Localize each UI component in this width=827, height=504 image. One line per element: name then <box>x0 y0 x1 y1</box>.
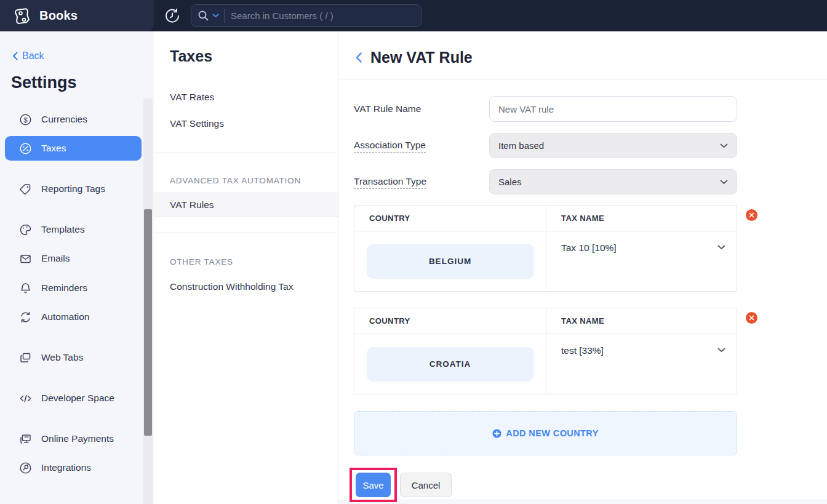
vat-rules-label: VAT Rules <box>170 199 214 210</box>
sidebar-item-label: Emails <box>41 253 70 264</box>
sidebar-item-label: Taxes <box>41 143 66 154</box>
taxes-item-construction-withholding-tax[interactable]: Construction Withholding Tax <box>154 274 338 299</box>
vat-rates-label: VAT Rates <box>170 92 214 103</box>
tax-name-value: Tax 10 [10%] <box>561 242 617 254</box>
sidebar-item-label: Reporting Tags <box>41 183 105 194</box>
cancel-button[interactable]: Cancel <box>400 473 452 497</box>
plug-icon <box>18 461 32 474</box>
monitor-payment-icon <box>18 432 32 446</box>
vat-rule-name-label: VAT Rule Name <box>354 103 421 114</box>
browser-tabs-icon <box>18 351 32 364</box>
sidebar-scrollbar-thumb[interactable] <box>144 209 152 436</box>
add-new-country-label: ADD NEW COUNTRY <box>506 428 598 438</box>
search-scope-chevron-icon[interactable] <box>212 14 219 18</box>
sidebar-item-currencies[interactable]: $ Currencies <box>0 107 154 132</box>
topbar: Books <box>0 0 827 31</box>
sidebar-item-label: Web Tabs <box>41 352 83 363</box>
header-divider <box>338 79 827 79</box>
taxes-panel: Taxes VAT Rates VAT Settings ADVANCED TA… <box>154 31 338 504</box>
main-content: New VAT Rule VAT Rule Name Association T… <box>338 31 827 504</box>
recent-history-button[interactable] <box>161 5 183 27</box>
taxes-item-vat-settings[interactable]: VAT Settings <box>154 111 338 136</box>
sidebar-item-label: Developer Space <box>41 393 114 404</box>
table-header-row: COUNTRY TAX NAME <box>354 206 737 231</box>
taxes-panel-title: Taxes <box>170 47 212 65</box>
search-input[interactable] <box>225 10 415 21</box>
page-title: New VAT Rule <box>370 49 473 66</box>
country-tax-table: COUNTRY TAX NAME CROATIA test [33%] <box>354 308 737 394</box>
country-column-header: COUNTRY <box>354 206 546 231</box>
association-type-label: Association Type <box>354 140 426 151</box>
sidebar-item-online-payments[interactable]: Online Payments <box>0 426 154 451</box>
sidebar-item-templates[interactable]: Templates <box>0 217 154 242</box>
chevron-down-icon <box>717 245 725 250</box>
sidebar-item-emails[interactable]: Emails <box>0 246 154 271</box>
transaction-type-select[interactable]: Sales <box>489 169 737 194</box>
page-back-chevron-icon[interactable] <box>356 52 362 63</box>
sidebar-item-label: Templates <box>41 224 85 235</box>
back-label: Back <box>22 50 44 62</box>
association-type-select[interactable]: Item based <box>489 133 737 158</box>
taxes-item-vat-rules[interactable]: VAT Rules <box>154 193 338 217</box>
sidebar-item-reporting-tags[interactable]: Reporting Tags <box>0 177 154 201</box>
search-icon <box>198 10 209 22</box>
country-column-header: COUNTRY <box>354 308 546 334</box>
sidebar-item-web-tabs[interactable]: Web Tabs <box>0 345 154 370</box>
country-pill[interactable]: CROATIA <box>367 347 534 382</box>
tax-name-column-header: TAX NAME <box>546 308 737 334</box>
chevron-down-icon <box>717 348 725 353</box>
back-link[interactable]: Back <box>12 50 44 62</box>
transaction-type-value: Sales <box>498 177 522 187</box>
other-taxes-header: OTHER TAXES <box>170 257 233 266</box>
cwt-label: Construction Withholding Tax <box>170 281 293 292</box>
transaction-type-label: Transaction Type <box>354 176 426 187</box>
divider <box>154 233 338 233</box>
currency-dollar-icon: $ <box>18 113 32 126</box>
refresh-icon <box>18 310 32 324</box>
tax-name-select[interactable]: Tax 10 [10%] <box>561 242 725 254</box>
association-type-value: Item based <box>498 140 544 151</box>
palette-icon <box>18 223 32 236</box>
chevron-down-icon <box>720 180 728 185</box>
sidebar-item-label: Reminders <box>41 282 87 294</box>
country-pill[interactable]: BELGIUM <box>367 244 534 279</box>
delete-country-button[interactable] <box>746 312 757 324</box>
back-chevron-icon <box>12 52 18 60</box>
chevron-down-icon <box>720 143 728 148</box>
tax-name-column-header: TAX NAME <box>546 206 737 231</box>
sidebar-item-developer-space[interactable]: Developer Space <box>0 386 154 410</box>
advanced-tax-automation-header: ADVANCED TAX AUTOMATION <box>170 176 301 185</box>
save-button[interactable]: Save <box>356 473 391 497</box>
app-name: Books <box>39 9 78 23</box>
sidebar-item-reminders[interactable]: Reminders <box>0 276 154 300</box>
add-new-country-button[interactable]: ADD NEW COUNTRY <box>354 411 737 455</box>
table-row: CROATIA test [33%] <box>354 334 737 394</box>
tag-icon <box>18 182 32 196</box>
sidebar-item-label: Currencies <box>41 114 87 125</box>
bell-icon <box>18 281 32 295</box>
vat-rule-name-input[interactable] <box>489 96 737 122</box>
close-icon <box>749 212 754 218</box>
bottom-strip <box>338 500 827 504</box>
sidebar-item-label: Automation <box>41 311 89 322</box>
settings-sidebar: Back Settings $ Currencies Taxes Reporti… <box>0 31 154 504</box>
taxes-item-vat-rates[interactable]: VAT Rates <box>154 85 338 110</box>
tax-name-select[interactable]: test [33%] <box>561 345 725 356</box>
books-logo-icon <box>14 7 32 25</box>
svg-text:$: $ <box>23 116 27 123</box>
page-header: New VAT Rule <box>356 49 473 66</box>
table-header-row: COUNTRY TAX NAME <box>354 308 737 334</box>
sidebar-item-taxes[interactable]: Taxes <box>5 136 142 161</box>
percent-icon <box>18 142 32 155</box>
sidebar-item-automation[interactable]: Automation <box>0 305 154 329</box>
app-logo-area[interactable]: Books <box>0 0 154 31</box>
sidebar-item-label: Integrations <box>41 462 91 473</box>
plus-circle-icon <box>492 429 501 438</box>
delete-country-button[interactable] <box>746 209 757 221</box>
sidebar-scrollbar-track[interactable] <box>143 98 153 504</box>
sidebar-item-integrations[interactable]: Integrations <box>0 455 154 480</box>
clock-history-icon <box>164 8 180 24</box>
code-icon <box>18 391 32 405</box>
global-search[interactable] <box>191 4 421 27</box>
settings-nav: $ Currencies Taxes Reporting Tags Templa… <box>0 107 154 480</box>
